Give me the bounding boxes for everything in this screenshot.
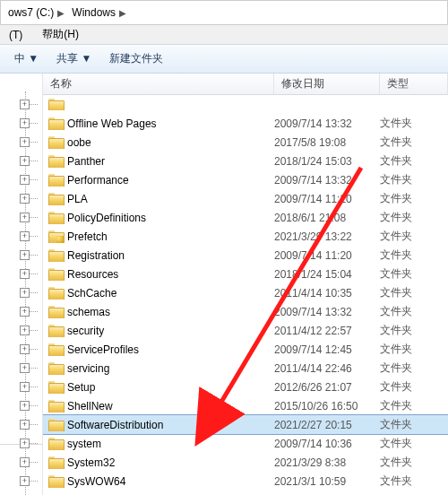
file-name-label: PLA [67, 193, 88, 205]
cell-type: 文件夹 [380, 285, 448, 300]
table-row[interactable]: Performance2009/7/14 13:32文件夹 [43, 170, 448, 189]
tree-expand-icon[interactable]: + [20, 476, 30, 486]
cell-name: schemas [48, 306, 274, 318]
cell-name: system [48, 438, 274, 450]
toolbar-new-folder[interactable]: 新建文件夹 [102, 48, 170, 69]
table-row[interactable]: System322021/3/29 8:38文件夹 [43, 453, 448, 472]
cell-date: 2012/6/26 21:07 [274, 381, 380, 394]
tree-expand-icon[interactable]: + [20, 213, 30, 222]
file-name-label: Resources [67, 268, 118, 281]
tree-expand-icon[interactable]: + [20, 420, 30, 430]
tree-expand-icon[interactable]: + [20, 194, 30, 204]
cell-type: 文件夹 [380, 210, 448, 225]
file-name-label: servicing [67, 362, 109, 375]
file-name-label: SoftwareDistribution [67, 419, 163, 431]
tree-expand-icon[interactable]: + [20, 118, 30, 128]
tree-expand-icon[interactable]: + [20, 401, 30, 411]
folder-icon [48, 268, 63, 280]
col-header-date[interactable]: 修改日期 [274, 74, 380, 94]
table-row[interactable]: ServiceProfiles2009/7/14 12:45文件夹 [43, 340, 448, 359]
menu-help[interactable]: 帮助(H) [39, 25, 82, 44]
file-name-label: System32 [67, 456, 115, 469]
cell-date: 2018/6/1 21:08 [274, 212, 380, 224]
table-row[interactable]: Prefetch2021/3/29 13:22文件夹 [43, 227, 448, 246]
cell-type: 文件夹 [380, 116, 448, 131]
breadcrumb-seg-drive[interactable]: ows7 (C:) ▶ [4, 2, 68, 23]
folder-icon [48, 400, 63, 412]
tree-expand-icon[interactable]: + [20, 344, 30, 354]
folder-icon [48, 343, 63, 355]
cell-type: 文件夹 [380, 417, 448, 432]
folder-icon [48, 381, 63, 393]
table-row[interactable]: Setup2012/6/26 21:07文件夹 [43, 378, 448, 396]
toolbar-include[interactable]: 中 ▼ [7, 48, 46, 69]
file-name-label: oobe [67, 136, 91, 149]
menu-tools[interactable]: (T) [5, 27, 26, 43]
table-row[interactable] [43, 95, 448, 114]
cell-type: 文件夹 [380, 436, 448, 451]
tree-expand-icon[interactable]: + [20, 326, 30, 335]
table-row[interactable]: SoftwareDistribution2021/2/27 20:15文件夹 [43, 415, 448, 434]
tree-expand-icon[interactable]: + [20, 231, 30, 241]
cell-type: 文件夹 [380, 266, 448, 282]
table-row[interactable]: Resources2018/1/24 15:04文件夹 [43, 265, 448, 283]
tree-expand-icon[interactable]: + [20, 137, 30, 147]
table-row[interactable]: Registration2009/7/14 11:20文件夹 [43, 246, 448, 265]
cell-date: 2021/3/29 8:38 [274, 456, 380, 469]
cell-name: System32 [48, 456, 274, 469]
col-header-name[interactable]: 名称 [43, 74, 274, 94]
tree-expand-icon[interactable]: + [20, 269, 30, 279]
folder-icon [48, 287, 63, 299]
column-headers: 名称 修改日期 类型 [43, 74, 448, 95]
file-name-label: system [67, 438, 101, 450]
cell-name [48, 99, 274, 110]
cell-type: 文件夹 [380, 135, 448, 150]
folder-icon [48, 136, 63, 148]
cell-date: 2009/7/14 11:20 [274, 193, 380, 205]
tree-expand-icon[interactable]: + [20, 363, 30, 373]
table-row[interactable]: system2009/7/14 10:36文件夹 [43, 434, 448, 453]
table-row[interactable]: oobe2017/5/8 19:08文件夹 [43, 133, 448, 152]
cell-date: 2015/10/26 16:50 [274, 400, 380, 412]
file-name-label: schemas [67, 306, 110, 318]
folder-icon [48, 193, 63, 204]
tree-expand-icon[interactable]: + [20, 457, 30, 467]
cell-name: SchCache [48, 287, 274, 300]
cell-date: 2009/7/14 10:36 [274, 438, 380, 450]
table-row[interactable]: Offline Web Pages2009/7/14 13:32文件夹 [43, 114, 448, 133]
table-row[interactable]: ShellNew2015/10/26 16:50文件夹 [43, 396, 448, 415]
folder-icon [48, 174, 63, 186]
chevron-right-icon: ▶ [119, 8, 126, 18]
cell-type: 文件夹 [380, 229, 448, 244]
tree-expand-icon[interactable]: + [20, 175, 30, 185]
tree-expand-icon[interactable]: + [20, 100, 30, 109]
menubar: (T) 帮助(H) [0, 25, 448, 45]
col-header-type[interactable]: 类型 [380, 74, 448, 94]
breadcrumb[interactable]: ows7 (C:) ▶ Windows ▶ [0, 0, 448, 25]
table-row[interactable]: schemas2009/7/14 13:32文件夹 [43, 302, 448, 321]
tree-expand-icon[interactable]: + [20, 288, 30, 298]
file-name-label: Offline Web Pages [67, 117, 157, 130]
tree-expand-icon[interactable]: + [20, 439, 30, 448]
tree-expand-icon[interactable]: + [20, 382, 30, 392]
breadcrumb-seg-folder[interactable]: Windows ▶ [68, 2, 130, 23]
tree-expand-icon[interactable]: + [20, 307, 30, 317]
cell-name: ShellNew [48, 400, 274, 412]
table-row[interactable]: Panther2018/1/24 15:03文件夹 [43, 152, 448, 170]
breadcrumb-seg-label: ows7 (C:) [8, 6, 54, 19]
table-row[interactable]: SysWOW642021/3/1 10:59文件夹 [43, 472, 448, 491]
file-rows[interactable]: Offline Web Pages2009/7/14 13:32文件夹oobe2… [43, 95, 448, 495]
cell-name: security [48, 325, 274, 337]
table-row[interactable]: security2011/4/12 22:57文件夹 [43, 321, 448, 340]
content-area: +++++++++++++++++++++ 名称 修改日期 类型 Offline… [0, 74, 448, 495]
file-name-label: Setup [67, 381, 95, 394]
cell-date: 2021/3/29 13:22 [274, 230, 380, 243]
table-row[interactable]: SchCache2011/4/14 10:35文件夹 [43, 283, 448, 302]
table-row[interactable]: servicing2011/4/14 22:46文件夹 [43, 359, 448, 378]
table-row[interactable]: PolicyDefinitions2018/6/1 21:08文件夹 [43, 208, 448, 227]
tree-expand-icon[interactable]: + [20, 250, 30, 260]
tree-expand-icon[interactable]: + [20, 156, 30, 166]
table-row[interactable]: PLA2009/7/14 11:20文件夹 [43, 189, 448, 208]
toolbar-share[interactable]: 共享 ▼ [49, 48, 99, 69]
breadcrumb-seg-label: Windows [72, 6, 116, 19]
